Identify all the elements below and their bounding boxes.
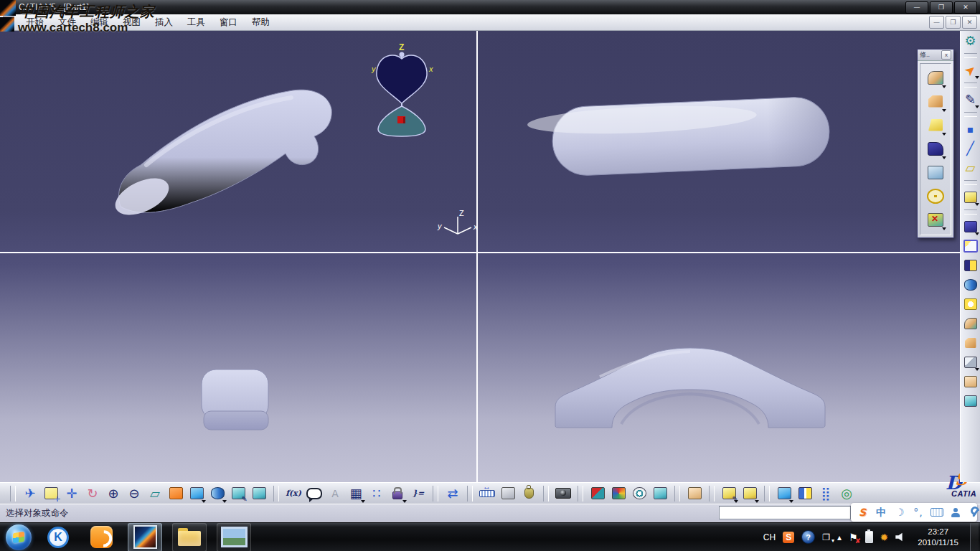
dropdown-arrow-icon[interactable] [222, 500, 227, 503]
volume-icon[interactable] [895, 532, 906, 542]
compass-target-icon[interactable]: ◎ [837, 484, 856, 503]
viewport-divider-vertical[interactable] [476, 30, 478, 482]
restore-button[interactable]: ❐ [930, 1, 953, 14]
viewport-top-view[interactable] [478, 30, 960, 252]
taskbar-app-catia-active[interactable] [128, 523, 162, 551]
menu-window[interactable]: 窗口 [212, 15, 245, 30]
language-indicator[interactable]: CH [763, 532, 776, 542]
doc-close-button[interactable]: ✕ [962, 16, 977, 29]
modify-toolbar-titlebar[interactable]: 修.. x [918, 50, 953, 61]
draft-analysis-icon[interactable] [588, 484, 607, 503]
remove-face-icon[interactable] [925, 209, 946, 230]
render-style-icon[interactable] [208, 484, 227, 503]
dropdown-arrow-icon[interactable] [942, 156, 946, 159]
curvature-analysis-icon[interactable] [609, 484, 628, 503]
pocket-icon[interactable] [962, 218, 979, 235]
chamfer-icon[interactable] [925, 90, 946, 112]
catalog-browser-icon[interactable] [775, 484, 793, 503]
show-hidden-icons[interactable]: ▴ [837, 532, 842, 542]
shaded-view-icon[interactable] [187, 484, 206, 503]
action-center-icon[interactable]: ⚑✘ [849, 532, 858, 543]
knowledge-inspector-icon[interactable]: A [326, 484, 344, 503]
power-input[interactable] [719, 506, 851, 519]
normal-view-icon[interactable]: ▱ [146, 484, 164, 503]
shaft-icon[interactable] [962, 257, 979, 274]
ime-punctuation-icon[interactable]: °, [912, 505, 925, 519]
viewport-divider-horizontal[interactable] [0, 252, 960, 253]
dropdown-arrow-icon[interactable] [942, 133, 946, 136]
close-button[interactable]: ✕ [954, 1, 977, 14]
swap-visible-space-icon[interactable] [250, 484, 268, 503]
formula-icon[interactable]: f(x) [284, 484, 303, 503]
hide-show-icon[interactable]: ✎ [229, 484, 248, 503]
sogou-brand-icon[interactable]: S [856, 505, 869, 519]
tap-thread-analysis-icon[interactable] [630, 484, 649, 503]
edge-fillet-icon[interactable] [925, 67, 946, 88]
workbench-icon[interactable]: ⚙ [962, 32, 979, 50]
chamfer-feature-icon[interactable] [962, 334, 979, 352]
taskbar-app-explorer[interactable] [172, 523, 207, 551]
battery-icon[interactable] [865, 531, 873, 543]
menu-insert[interactable]: 插入 [148, 15, 180, 30]
zoom-in-icon[interactable]: ⊕ [104, 484, 123, 503]
fly-mode-icon[interactable]: ✈ [21, 484, 39, 503]
ime-keyboard-icon[interactable] [930, 505, 943, 519]
isometric-view-icon[interactable] [166, 484, 185, 503]
instantiate-icon[interactable]: ∷ [367, 484, 386, 503]
network-icon[interactable]: ✹ [880, 532, 889, 543]
measure-between-icon[interactable] [478, 484, 496, 503]
help-tray-icon[interactable]: ? [801, 530, 815, 544]
dropdown-arrow-icon[interactable] [975, 105, 979, 108]
capture-icon[interactable] [554, 484, 573, 503]
taskbar-app-photo-viewer[interactable] [217, 523, 251, 551]
dropdown-arrow-icon[interactable] [942, 85, 946, 88]
rotate-icon[interactable]: ↻ [83, 484, 102, 503]
sogou-tray-icon[interactable]: S [783, 532, 794, 543]
zoom-out-icon[interactable]: ⊖ [125, 484, 143, 503]
swept-wall-icon[interactable] [685, 484, 704, 503]
taskbar-clock[interactable]: 23:27 2010/11/15 [918, 527, 958, 548]
box-feature-icon[interactable] [962, 354, 979, 371]
equivalent-dimensions-icon[interactable]: }= [409, 484, 428, 503]
graphics-workspace[interactable]: Z y x Z y x [0, 30, 960, 482]
positioned-sketch-icon[interactable] [740, 484, 759, 503]
plane-icon[interactable]: ▱ [962, 159, 979, 176]
dropdown-arrow-icon[interactable] [942, 109, 946, 112]
hole-feature-icon[interactable] [962, 296, 979, 313]
dropdown-arrow-icon[interactable] [975, 203, 979, 206]
exchange-data-icon[interactable]: ⇄ [443, 484, 462, 503]
dropdown-arrow-icon[interactable] [755, 500, 759, 503]
part-block-front[interactable] [204, 411, 268, 430]
dropdown-arrow-icon[interactable] [361, 500, 365, 503]
ime-mode-chinese[interactable]: 中 [875, 505, 887, 519]
menu-start[interactable]: 开始 [19, 15, 51, 30]
grid-icon[interactable]: ⣿ [816, 484, 835, 503]
comment-icon[interactable] [305, 484, 324, 503]
menu-tools[interactable]: 工具 [180, 15, 212, 30]
groove-icon[interactable] [962, 276, 979, 293]
window-tray-icon[interactable]: ❐▾ [822, 532, 830, 542]
viewport-end-view[interactable] [0, 253, 476, 482]
menu-view[interactable]: 视图 [116, 15, 148, 30]
part-handle-front[interactable] [555, 348, 825, 428]
compass-xy-plane[interactable] [377, 55, 427, 103]
lock-icon[interactable] [388, 484, 407, 503]
dropdown-arrow-icon[interactable] [734, 500, 738, 503]
dropdown-arrow-icon[interactable] [942, 227, 946, 230]
ime-wrench-icon[interactable] [968, 505, 980, 519]
compass[interactable]: Z y x [369, 40, 438, 141]
design-table-icon[interactable]: ▦ [347, 484, 365, 503]
viewport-front-view[interactable] [478, 253, 960, 482]
dropdown-arrow-icon[interactable] [975, 368, 979, 371]
drafted-pad-icon[interactable] [962, 237, 979, 255]
doc-minimize-button[interactable]: — [929, 16, 944, 29]
fillet-feature-icon[interactable] [962, 315, 979, 332]
thickness-icon[interactable] [925, 161, 946, 183]
ime-user-icon[interactable] [949, 505, 962, 519]
ime-fullmoon-icon[interactable]: ☽ [893, 505, 906, 519]
translate-icon[interactable] [962, 373, 979, 390]
dress-up-analysis-icon[interactable] [651, 484, 669, 503]
taskbar-app-uc-browser[interactable] [85, 524, 118, 551]
pad-icon[interactable] [962, 189, 979, 206]
dropdown-arrow-icon[interactable] [402, 500, 407, 503]
